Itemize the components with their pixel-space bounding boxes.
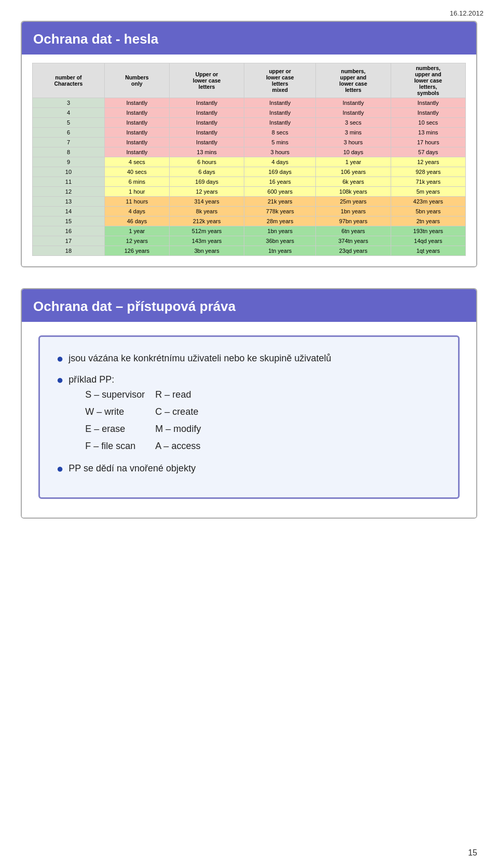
row-num-cell: 4 — [33, 108, 105, 118]
slide2-title: Ochrana dat – přístupová práva — [33, 299, 465, 315]
row-num-cell: 15 — [33, 216, 105, 226]
table-cell: 4 secs — [104, 157, 169, 167]
bullet-label: příklad PP: — [68, 374, 114, 385]
two-col-item: E – erase — [85, 421, 145, 437]
row-num-cell: 6 — [33, 128, 105, 138]
table-cell: 3 hours — [316, 138, 391, 147]
table-cell: Instantly — [169, 138, 244, 147]
table-cell: 6 mins — [104, 177, 169, 187]
table-row: 144 days8k years778k years1bn years5bn y… — [33, 207, 466, 216]
table-cell: 3 hours — [244, 147, 316, 157]
table-cell: 423m years — [391, 197, 465, 207]
table-cell: 928 years — [391, 167, 465, 177]
row-num-cell: 17 — [33, 236, 105, 246]
table-cell: 6tn years — [316, 226, 391, 236]
slide1-title: Ochrana dat - hesla — [33, 31, 465, 47]
table-cell: 6 days — [169, 167, 244, 177]
table-cell: 108k years — [316, 187, 391, 197]
table-cell: 28m years — [244, 216, 316, 226]
bullet-text: jsou vázána ke konkrétnímu uživateli neb… — [68, 351, 331, 365]
table-cell: Instantly — [169, 108, 244, 118]
bullet-dot: ● — [57, 352, 63, 365]
table-cell: 12 years — [391, 157, 465, 167]
table-cell: 12 years — [169, 187, 244, 197]
table-cell: Instantly — [104, 147, 169, 157]
table-cell: 21k years — [244, 197, 316, 207]
table-row: 4InstantlyInstantlyInstantlyInstantlyIns… — [33, 108, 466, 118]
table-cell: 1tn years — [244, 246, 316, 256]
two-col-item: A – access — [155, 438, 215, 454]
two-col-item: W – write — [85, 404, 145, 420]
table-cell: 11 hours — [104, 197, 169, 207]
table-cell: 10 days — [316, 147, 391, 157]
table-cell: 1 year — [104, 226, 169, 236]
table-row: 18126 years3bn years1tn years23qd years1… — [33, 246, 466, 256]
row-num-cell: 12 — [33, 187, 105, 197]
table-cell: 193tn years — [391, 226, 465, 236]
bullet-item: ●příklad PP:S – supervisorR – readW – wr… — [57, 373, 441, 454]
col-header-numbers: Numbersonly — [104, 63, 169, 98]
row-num-cell: 3 — [33, 98, 105, 108]
table-cell: 106 years — [316, 167, 391, 177]
table-cell: 23qd years — [316, 246, 391, 256]
bullet-label: PP se dědí na vnořené objekty — [68, 463, 196, 473]
table-cell: Instantly — [244, 108, 316, 118]
table-cell: Instantly — [244, 98, 316, 108]
slide1-body: number ofCharacters Numbersonly Upper or… — [22, 55, 476, 266]
table-cell: 5bn years — [391, 207, 465, 216]
table-row: 1546 days212k years28m years97bn years2t… — [33, 216, 466, 226]
table-cell: 46 days — [104, 216, 169, 226]
slide1: Ochrana dat - hesla number ofCharacters … — [21, 21, 477, 267]
table-cell: 212k years — [169, 216, 244, 226]
row-num-cell: 18 — [33, 246, 105, 256]
table-cell: 600 years — [244, 187, 316, 197]
two-col-item: R – read — [155, 387, 215, 403]
table-row: 3InstantlyInstantlyInstantlyInstantlyIns… — [33, 98, 466, 108]
table-cell: 3 secs — [316, 118, 391, 128]
table-row: 94 secs6 hours4 days1 year12 years — [33, 157, 466, 167]
table-cell: Instantly — [104, 118, 169, 128]
table-cell: 6 hours — [169, 157, 244, 167]
table-cell: Instantly — [104, 108, 169, 118]
page-num-bottom: 15 — [468, 848, 477, 858]
table-cell: 1qt years — [391, 246, 465, 256]
row-num-cell: 5 — [33, 118, 105, 128]
row-num-cell: 14 — [33, 207, 105, 216]
col-header-upper-lower: Upper orlower caseletters — [169, 63, 244, 98]
col-header-num: number ofCharacters — [33, 63, 105, 98]
two-col-grid: S – supervisorR – readW – writeC – creat… — [85, 387, 215, 454]
table-cell: Instantly — [316, 98, 391, 108]
table-row: 161 year512m years1bn years6tn years193t… — [33, 226, 466, 236]
table-row: 1712 years143m years36bn years374tn year… — [33, 236, 466, 246]
row-num-cell: 11 — [33, 177, 105, 187]
table-cell: Instantly — [104, 128, 169, 138]
table-cell: 16 years — [244, 177, 316, 187]
table-cell: 778k years — [244, 207, 316, 216]
row-num-cell: 16 — [33, 226, 105, 236]
table-cell: 17 hours — [391, 138, 465, 147]
table-cell: Instantly — [104, 98, 169, 108]
col-header-mixed: upper orlower caselettersmixed — [244, 63, 316, 98]
table-cell: 40 secs — [104, 167, 169, 177]
bullet-dot: ● — [57, 373, 63, 387]
col-header-nums-letters-symbols: numbers,upper andlower caseletters,symbo… — [391, 63, 465, 98]
table-cell: 4 days — [104, 207, 169, 216]
table-cell: Instantly — [104, 138, 169, 147]
table-cell: 97bn years — [316, 216, 391, 226]
table-cell: 10 secs — [391, 118, 465, 128]
table-cell: Instantly — [169, 98, 244, 108]
table-cell: 25m years — [316, 197, 391, 207]
table-cell: 12 years — [104, 236, 169, 246]
table-cell: 57 days — [391, 147, 465, 157]
two-col-item: C – create — [155, 404, 215, 420]
table-cell: 3 mins — [316, 128, 391, 138]
table-cell: 4 days — [244, 157, 316, 167]
table-cell: 13 mins — [169, 147, 244, 157]
bullet-item: ●jsou vázána ke konkrétnímu uživateli ne… — [57, 351, 441, 365]
table-cell: 374tn years — [316, 236, 391, 246]
bullet-text: PP se dědí na vnořené objekty — [68, 462, 196, 476]
table-cell: 2tn years — [391, 216, 465, 226]
two-col-item: S – supervisor — [85, 387, 145, 403]
table-cell: 14qd years — [391, 236, 465, 246]
table-row: 1040 secs6 days169 days106 years928 year… — [33, 167, 466, 177]
